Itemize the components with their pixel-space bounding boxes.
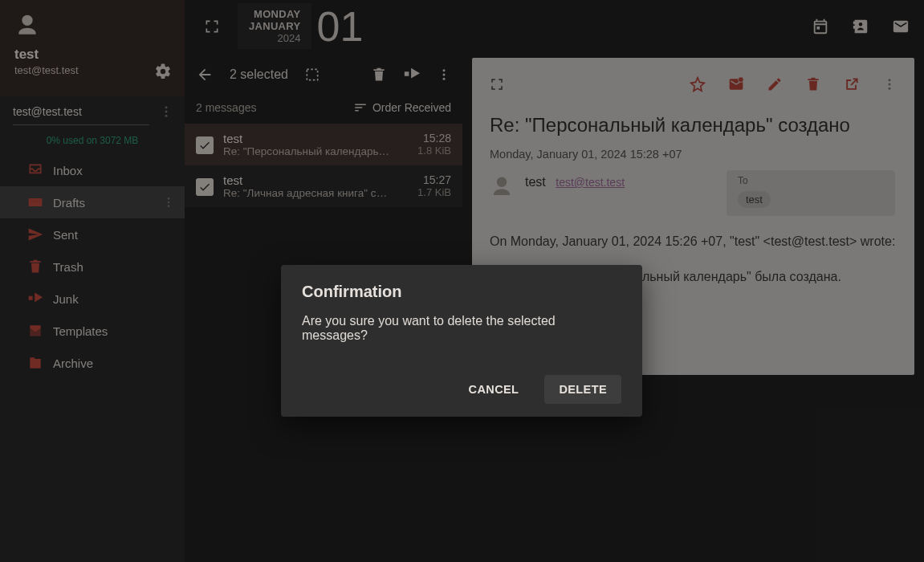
delete-button[interactable]: DELETE xyxy=(544,375,621,404)
dialog-text: Are you sure you want to delete the sele… xyxy=(302,314,621,343)
dialog-title: Confirmation xyxy=(302,283,621,301)
confirmation-dialog: Confirmation Are you sure you want to de… xyxy=(281,265,642,417)
cancel-button[interactable]: CANCEL xyxy=(454,375,534,404)
